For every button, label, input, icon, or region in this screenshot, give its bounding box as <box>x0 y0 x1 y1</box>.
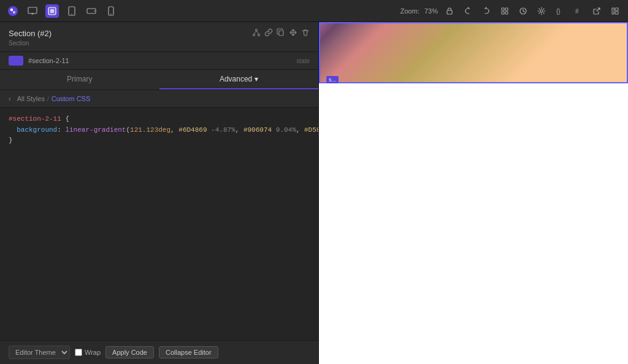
svg-text:{}: {} <box>556 8 561 15</box>
svg-rect-3 <box>28 7 37 13</box>
svg-point-29 <box>253 34 255 36</box>
svg-rect-27 <box>615 12 618 14</box>
undo-icon[interactable] <box>461 4 475 18</box>
settings-icon[interactable] <box>535 4 548 18</box>
section-color-swatch[interactable] <box>9 56 23 66</box>
breadcrumb-separator: / <box>47 96 49 102</box>
tab-advanced[interactable]: Advanced ▾ <box>159 70 319 89</box>
svg-rect-7 <box>50 9 54 13</box>
zoom-value: 73% <box>424 7 438 15</box>
state-label: state <box>296 58 310 64</box>
toolbar-left <box>6 4 118 18</box>
theme-select[interactable]: Editor Theme <box>9 346 70 359</box>
breadcrumb-back-arrow[interactable]: ‹ <box>9 95 11 102</box>
apps-icon[interactable] <box>608 4 622 18</box>
section-id-text: #section-2-11 <box>28 57 291 64</box>
preview-section-badge: s... <box>326 76 339 83</box>
code-line-1: #section-2-11 { <box>9 114 310 125</box>
svg-rect-16 <box>505 8 508 10</box>
code-line-4 <box>9 146 310 157</box>
grid-icon[interactable] <box>498 4 511 18</box>
move-icon[interactable] <box>289 28 297 39</box>
svg-line-21 <box>523 11 525 12</box>
panel-title-row: Section (#2) <box>9 28 310 39</box>
wrap-checkbox[interactable] <box>75 349 82 356</box>
svg-point-11 <box>94 10 95 12</box>
svg-line-31 <box>254 31 256 34</box>
code-editor[interactable]: #section-2-11 { background: linear-gradi… <box>0 108 318 340</box>
preview-white-area <box>319 83 628 364</box>
svg-point-13 <box>110 13 112 15</box>
code-line-3: } <box>9 135 310 146</box>
svg-point-9 <box>71 13 72 15</box>
main-content: Section (#2) <box>0 22 628 364</box>
panel-title-text: Section (#2) <box>9 29 52 38</box>
svg-rect-2 <box>13 11 15 13</box>
right-preview: s... <box>319 22 628 364</box>
editor-bottom-bar: Editor Theme Wrap Apply Code Collapse Ed… <box>0 340 318 364</box>
svg-point-22 <box>540 10 543 12</box>
code-line-2: background: linear-gradient(121.123deg, … <box>9 125 310 136</box>
svg-rect-14 <box>447 10 452 14</box>
svg-rect-1 <box>10 9 13 11</box>
tabs-row: Primary Advanced ▾ <box>0 70 318 90</box>
preview-gradient-section: s... <box>319 22 628 83</box>
svg-point-0 <box>8 6 18 16</box>
link-icon[interactable] <box>264 28 273 39</box>
svg-rect-26 <box>615 8 618 10</box>
svg-rect-33 <box>279 31 283 36</box>
zoom-label-text: Zoom: <box>400 7 419 15</box>
tab-primary[interactable]: Primary <box>0 70 159 89</box>
desktop-icon[interactable] <box>26 4 39 18</box>
svg-text:#: # <box>575 8 579 15</box>
delete-icon[interactable] <box>301 28 310 39</box>
svg-point-30 <box>258 34 260 36</box>
toolbar-right: Zoom: 73% {} # <box>400 4 622 18</box>
svg-line-32 <box>256 31 259 34</box>
breadcrumb-all-styles[interactable]: All Styles <box>17 95 45 102</box>
hierarchy-icon[interactable] <box>252 28 261 39</box>
top-toolbar: Zoom: 73% {} # <box>0 0 628 22</box>
svg-rect-25 <box>612 8 614 14</box>
panel-header: Section (#2) <box>0 22 318 52</box>
svg-rect-15 <box>502 8 504 10</box>
wrap-checkbox-label[interactable]: Wrap <box>75 349 101 356</box>
breadcrumb-custom-css[interactable]: Custom CSS <box>52 95 91 102</box>
lock-icon[interactable] <box>443 4 456 18</box>
code-braces-icon[interactable]: {} <box>553 4 567 18</box>
breadcrumbs: ‹ All Styles / Custom CSS <box>0 90 318 108</box>
redo-icon[interactable] <box>480 4 493 18</box>
section-id-row: #section-2-11 state <box>0 52 318 70</box>
svg-point-28 <box>256 29 258 31</box>
panel-header-icons <box>252 28 310 39</box>
export-icon[interactable] <box>590 4 603 18</box>
tablet-icon[interactable] <box>65 4 78 18</box>
copy-icon[interactable] <box>277 28 285 39</box>
svg-rect-17 <box>502 12 504 14</box>
mobile-icon[interactable] <box>104 4 118 18</box>
collapse-editor-button[interactable]: Collapse Editor <box>159 346 218 358</box>
left-panel: Section (#2) <box>0 22 319 364</box>
logo-icon[interactable] <box>6 4 20 18</box>
mobile-landscape-icon[interactable] <box>85 4 98 18</box>
wrap-label-text: Wrap <box>85 349 101 356</box>
apply-code-button[interactable]: Apply Code <box>105 346 154 358</box>
clock-icon[interactable] <box>516 4 530 18</box>
component-icon[interactable] <box>45 4 59 18</box>
panel-subtitle: Section <box>9 40 310 47</box>
hashtag-icon[interactable]: # <box>572 4 585 18</box>
svg-rect-18 <box>505 12 508 14</box>
